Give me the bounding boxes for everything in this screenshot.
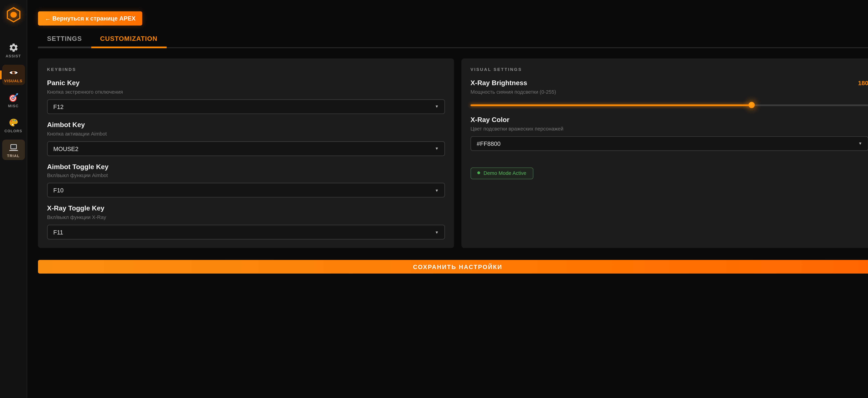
panic-key-field: Panic Key Кнопка экстренного отключения … bbox=[47, 79, 445, 114]
slider-track[interactable] bbox=[470, 104, 868, 106]
field-label: X-Ray Toggle Key bbox=[47, 205, 445, 213]
sidebar-item-label: VISUALS bbox=[4, 79, 23, 83]
field-label: X-Ray Brightness bbox=[470, 79, 527, 87]
xray-toggle-key-select[interactable]: F11 ▼ bbox=[47, 225, 445, 240]
field-label: Aimbot Toggle Key bbox=[47, 163, 445, 171]
select-value: F12 bbox=[53, 103, 64, 110]
save-settings-button[interactable]: СОХРАНИТЬ НАСТРОЙКИ bbox=[38, 260, 868, 274]
sidebar-item-visuals[interactable]: VISUALS bbox=[2, 65, 25, 85]
xray-color-select[interactable]: #FF8800 ▼ bbox=[470, 136, 868, 151]
xray-toggle-key-field: X-Ray Toggle Key Вкл/выкл функции X-Ray … bbox=[47, 205, 445, 240]
app-logo-hexagon-icon bbox=[6, 7, 21, 23]
select-value: F10 bbox=[53, 187, 64, 194]
sidebar-item-label: ASSIST bbox=[6, 54, 21, 58]
sidebar-item-colors[interactable]: COLORS bbox=[2, 115, 25, 135]
chevron-down-icon: ▼ bbox=[435, 146, 439, 150]
sidebar-nav: ASSIST VISUALS bbox=[2, 40, 25, 160]
palette-icon bbox=[8, 117, 19, 128]
chevron-down-icon: ▼ bbox=[435, 230, 439, 234]
slider-fill bbox=[470, 104, 751, 106]
field-description: Вкл/выкл функции X-Ray bbox=[47, 215, 445, 220]
select-value: MOUSE2 bbox=[53, 145, 79, 152]
aimbot-toggle-key-select[interactable]: F10 ▼ bbox=[47, 183, 445, 198]
xray-brightness-field: X-Ray Brightness 180 Мощность сияния под… bbox=[470, 79, 868, 109]
eye-icon bbox=[8, 67, 19, 78]
field-description: Мощность сияния подсветки (0-255) bbox=[470, 89, 868, 95]
slider-thumb[interactable] bbox=[748, 102, 754, 108]
field-label: Panic Key bbox=[47, 79, 445, 87]
gear-icon bbox=[8, 42, 19, 53]
sidebar-item-label: COLORS bbox=[4, 129, 22, 133]
field-label: X-Ray Color bbox=[470, 116, 868, 124]
sidebar-item-assist[interactable]: ASSIST bbox=[2, 40, 25, 60]
sidebar-item-misc[interactable]: MISC bbox=[2, 90, 25, 110]
back-to-apex-button[interactable]: ← Вернуться к странице APEX bbox=[38, 11, 142, 26]
xray-brightness-slider[interactable] bbox=[470, 102, 868, 109]
main-content: ← Вернуться к странице APEX SETTINGS CUS… bbox=[27, 0, 868, 398]
panic-key-select[interactable]: F12 ▼ bbox=[47, 99, 445, 114]
tab-bar: SETTINGS CUSTOMIZATION bbox=[38, 31, 868, 48]
sidebar: ASSIST VISUALS bbox=[0, 0, 27, 398]
keybinds-panel: KEYBINDS Panic Key Кнопка экстренного от… bbox=[38, 58, 454, 248]
demo-mode-badge: Demo Mode Active bbox=[470, 167, 533, 179]
app-window: ASSIST VISUALS bbox=[0, 0, 868, 398]
status-dot-icon bbox=[477, 171, 480, 174]
chevron-down-icon: ▼ bbox=[435, 105, 439, 109]
xray-color-field: X-Ray Color Цвет подсветки вражеских пер… bbox=[470, 116, 868, 151]
aimbot-toggle-key-field: Aimbot Toggle Key Вкл/выкл функции Aimbo… bbox=[47, 163, 445, 198]
visual-settings-panel-title: VISUAL SETTINGS bbox=[470, 67, 868, 72]
target-icon bbox=[8, 92, 19, 103]
sidebar-item-label: TRIAL bbox=[7, 154, 20, 158]
aimbot-key-select[interactable]: MOUSE2 ▼ bbox=[47, 141, 445, 156]
visual-settings-panel: VISUAL SETTINGS X-Ray Brightness 180 Мощ… bbox=[461, 58, 868, 248]
chevron-down-icon: ▼ bbox=[435, 189, 439, 192]
select-value: #FF8800 bbox=[477, 140, 500, 147]
field-description: Кнопка активации Aimbot bbox=[47, 131, 445, 137]
field-label: Aimbot Key bbox=[47, 121, 445, 129]
brightness-value: 180 bbox=[858, 79, 868, 86]
keybinds-panel-title: KEYBINDS bbox=[47, 67, 445, 72]
field-description: Цвет подсветки вражеских персонажей bbox=[470, 126, 868, 132]
select-value: F11 bbox=[53, 229, 63, 236]
chevron-down-icon: ▼ bbox=[858, 141, 862, 145]
laptop-icon bbox=[8, 143, 19, 153]
demo-mode-badge-label: Demo Mode Active bbox=[484, 170, 526, 176]
settings-panels: KEYBINDS Panic Key Кнопка экстренного от… bbox=[38, 58, 868, 248]
field-description: Кнопка экстренного отключения bbox=[47, 89, 445, 95]
sidebar-item-label: MISC bbox=[8, 104, 19, 108]
sidebar-item-trial[interactable]: TRIAL bbox=[2, 140, 25, 160]
active-indicator-bar bbox=[0, 70, 1, 79]
tab-customization[interactable]: CUSTOMIZATION bbox=[91, 31, 166, 48]
field-description: Вкл/выкл функции Aimbot bbox=[47, 173, 445, 178]
aimbot-key-field: Aimbot Key Кнопка активации Aimbot MOUSE… bbox=[47, 121, 445, 156]
tab-settings[interactable]: SETTINGS bbox=[38, 31, 91, 48]
